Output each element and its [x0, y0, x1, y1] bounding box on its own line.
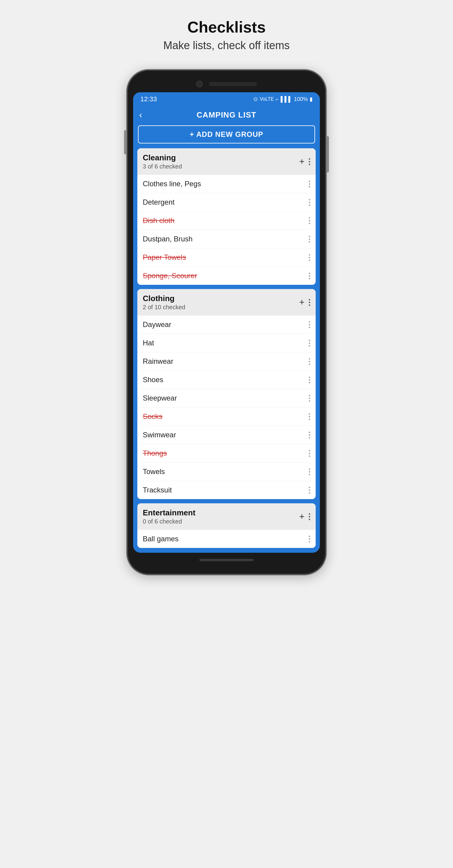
status-bar: 12:33 ⊙ VoLTE ⌐ ▌▌▌ 100% ▮: [133, 92, 320, 105]
list-item[interactable]: Hat: [137, 334, 316, 352]
app-bar: ‹ CAMPING LIST: [133, 105, 320, 125]
group-add-item-button-cleaning[interactable]: +: [299, 156, 304, 167]
list-item[interactable]: Swimwear: [137, 426, 316, 444]
item-drag-handle-cleaning-0: [309, 181, 310, 187]
list-item[interactable]: Detergent: [137, 193, 316, 212]
group-items-entertainment: Ball games: [137, 530, 316, 548]
item-drag-handle-cleaning-3: [309, 236, 310, 243]
status-icons: ⊙ VoLTE ⌐ ▌▌▌ 100% ▮: [253, 96, 313, 102]
item-text-clothing-3: Shoes: [143, 375, 306, 384]
group-items-cleaning: Clothes line, PegsDetergentDish clothDus…: [137, 175, 316, 285]
item-text-cleaning-3: Dustpan, Brush: [143, 235, 306, 243]
battery-level: 100%: [294, 96, 308, 102]
item-text-cleaning-0: Clothes line, Pegs: [143, 180, 306, 188]
item-drag-handle-entertainment-0: [309, 535, 310, 542]
item-text-clothing-9: Tracksuit: [143, 486, 306, 494]
page-title: Checklists: [187, 18, 266, 36]
list-item[interactable]: Paper Towels: [137, 248, 316, 267]
group-count-clothing: 2 of 10 checked: [143, 304, 296, 311]
status-time: 12:33: [140, 95, 157, 103]
group-card-entertainment: Entertainment0 of 6 checked+Ball games: [137, 503, 316, 548]
back-button[interactable]: ‹: [139, 110, 142, 120]
item-text-clothing-0: Daywear: [143, 320, 306, 329]
item-drag-handle-cleaning-1: [309, 199, 310, 206]
list-item[interactable]: Clothes line, Pegs: [137, 175, 316, 193]
item-text-clothing-1: Hat: [143, 339, 306, 347]
list-item[interactable]: Shoes: [137, 371, 316, 389]
item-drag-handle-clothing-3: [309, 376, 310, 383]
group-add-item-button-clothing[interactable]: +: [299, 297, 304, 307]
group-name-cleaning: Cleaning: [143, 153, 296, 162]
item-text-entertainment-0: Ball games: [143, 535, 306, 543]
list-item[interactable]: Dustpan, Brush: [137, 230, 316, 248]
list-item[interactable]: Socks: [137, 407, 316, 426]
page-subtitle: Make lists, check off items: [163, 39, 289, 52]
phone-frame: 12:33 ⊙ VoLTE ⌐ ▌▌▌ 100% ▮ ‹ CAMPING LIS…: [127, 70, 326, 575]
item-drag-handle-cleaning-5: [309, 273, 310, 279]
phone-bottom-bar: [133, 553, 320, 564]
group-actions-clothing: +: [299, 297, 310, 307]
list-item[interactable]: Towels: [137, 463, 316, 481]
group-add-item-button-entertainment[interactable]: +: [299, 512, 304, 522]
group-count-cleaning: 3 of 6 checked: [143, 163, 296, 170]
item-text-clothing-5: Socks: [143, 412, 306, 421]
wifi-icon: ⌐: [276, 96, 279, 102]
app-bar-title: CAMPING LIST: [148, 110, 305, 120]
lte-icon: VoLTE: [260, 96, 274, 102]
list-item[interactable]: Sponge, Scourer: [137, 267, 316, 285]
item-drag-handle-cleaning-2: [309, 217, 310, 224]
item-text-clothing-6: Swimwear: [143, 431, 306, 439]
group-count-entertainment: 0 of 6 checked: [143, 518, 296, 525]
item-text-cleaning-2: Dish cloth: [143, 216, 306, 225]
list-item[interactable]: Daywear: [137, 315, 316, 334]
list-item[interactable]: Dish cloth: [137, 212, 316, 230]
item-drag-handle-clothing-5: [309, 413, 310, 420]
group-actions-entertainment: +: [299, 512, 310, 522]
group-menu-button-entertainment[interactable]: [309, 513, 310, 520]
item-text-clothing-8: Towels: [143, 467, 306, 476]
phone-speaker: [209, 82, 257, 86]
list-item[interactable]: Ball games: [137, 530, 316, 548]
item-drag-handle-clothing-6: [309, 432, 310, 438]
group-menu-button-clothing[interactable]: [309, 299, 310, 306]
group-header-text-entertainment: Entertainment0 of 6 checked: [143, 508, 296, 525]
item-text-clothing-7: Thongs: [143, 449, 306, 458]
group-card-clothing: Clothing2 of 10 checked+DaywearHatRainwe…: [137, 289, 316, 499]
group-card-cleaning: Cleaning3 of 6 checked+Clothes line, Peg…: [137, 148, 316, 285]
group-header-text-clothing: Clothing2 of 10 checked: [143, 294, 296, 311]
item-drag-handle-clothing-8: [309, 468, 310, 475]
list-item[interactable]: Sleepwear: [137, 389, 316, 407]
list-item[interactable]: Tracksuit: [137, 481, 316, 499]
list-item[interactable]: Rainwear: [137, 352, 316, 371]
phone-top-bar: [133, 79, 320, 92]
item-text-clothing-2: Rainwear: [143, 357, 306, 366]
group-header-clothing: Clothing2 of 10 checked+: [137, 289, 316, 315]
group-actions-cleaning: +: [299, 156, 310, 167]
item-drag-handle-clothing-0: [309, 321, 310, 328]
group-header-cleaning: Cleaning3 of 6 checked+: [137, 148, 316, 175]
location-icon: ⊙: [253, 96, 258, 102]
item-text-cleaning-4: Paper Towels: [143, 253, 306, 261]
item-drag-handle-clothing-7: [309, 450, 310, 457]
group-name-entertainment: Entertainment: [143, 508, 296, 518]
item-drag-handle-clothing-2: [309, 358, 310, 365]
group-header-entertainment: Entertainment0 of 6 checked+: [137, 503, 316, 530]
group-name-clothing: Clothing: [143, 294, 296, 303]
item-text-cleaning-5: Sponge, Scourer: [143, 272, 306, 280]
groups-container: Cleaning3 of 6 checked+Clothes line, Peg…: [133, 148, 320, 553]
item-drag-handle-cleaning-4: [309, 254, 310, 261]
front-camera: [196, 81, 203, 87]
group-menu-button-cleaning[interactable]: [309, 158, 310, 165]
signal-icon: ▌▌▌: [281, 96, 292, 102]
phone-screen: 12:33 ⊙ VoLTE ⌐ ▌▌▌ 100% ▮ ‹ CAMPING LIS…: [133, 92, 320, 553]
list-item[interactable]: Thongs: [137, 444, 316, 463]
battery-icon: ▮: [310, 96, 313, 102]
add-new-group-button[interactable]: + ADD NEW GROUP: [138, 125, 315, 144]
group-header-text-cleaning: Cleaning3 of 6 checked: [143, 153, 296, 170]
home-bar[interactable]: [199, 559, 254, 561]
item-drag-handle-clothing-4: [309, 395, 310, 402]
item-text-cleaning-1: Detergent: [143, 198, 306, 207]
item-drag-handle-clothing-9: [309, 487, 310, 494]
item-text-clothing-4: Sleepwear: [143, 394, 306, 402]
group-items-clothing: DaywearHatRainwearShoesSleepwearSocksSwi…: [137, 315, 316, 499]
